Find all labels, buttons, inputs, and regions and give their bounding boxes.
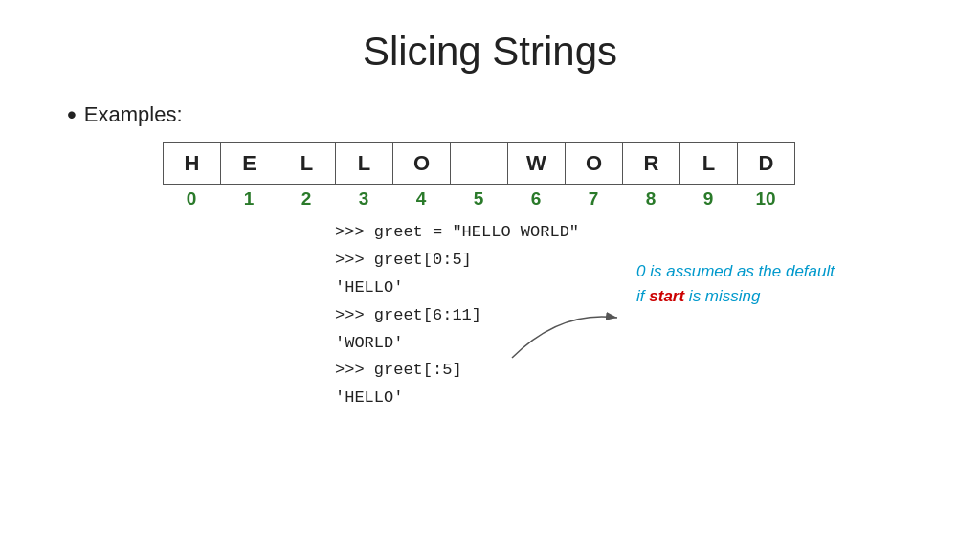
char-cell: L: [680, 143, 738, 185]
char-cell: L: [336, 143, 393, 185]
annotation-start-word: start: [649, 287, 684, 305]
char-cell: [451, 143, 508, 185]
annotation-line2-prefix: if: [636, 287, 649, 305]
index-cell: 2: [278, 188, 335, 209]
char-cell: D: [738, 143, 795, 185]
index-cell: 9: [679, 188, 737, 209]
code-line: 'HELLO': [335, 275, 579, 302]
char-table: HELLO WORLD: [163, 142, 795, 185]
string-table-area: HELLO WORLD 012345678910: [163, 142, 942, 209]
index-cell: 7: [565, 188, 622, 209]
code-area: >>> greet = "HELLO WORLD">>> greet[0:5]'…: [335, 219, 942, 412]
index-cell: 0: [163, 188, 220, 209]
char-cell: E: [221, 143, 278, 185]
annotation-area: 0 is assumed as the default if start is …: [636, 259, 835, 308]
index-cell: 4: [392, 188, 450, 209]
index-cell: 3: [335, 188, 392, 209]
index-cell: 6: [507, 188, 565, 209]
code-line: 'HELLO': [335, 385, 579, 412]
annotation-line2-end: is missing: [684, 287, 760, 305]
index-row: 012345678910: [163, 188, 942, 209]
main-page: Slicing Strings • Examples: HELLO WORLD …: [0, 0, 980, 551]
bullet-examples: • Examples:: [67, 101, 942, 128]
code-line: >>> greet[:5]: [335, 357, 579, 385]
char-cell: W: [508, 143, 566, 185]
index-cell: 8: [622, 188, 679, 209]
code-block: >>> greet = "HELLO WORLD">>> greet[0:5]'…: [335, 219, 579, 412]
code-line: >>> greet = "HELLO WORLD": [335, 219, 579, 247]
code-line: 'WORLD': [335, 330, 579, 358]
char-cell: O: [566, 143, 623, 185]
char-cell: H: [164, 143, 221, 185]
char-cell: R: [623, 143, 680, 185]
char-cell: O: [393, 143, 451, 185]
index-cell: 5: [450, 188, 507, 209]
examples-label: Examples:: [84, 102, 183, 127]
index-cell: 10: [737, 188, 794, 209]
page-title: Slicing Strings: [38, 29, 942, 75]
bullet-dot: •: [67, 101, 77, 128]
code-line: >>> greet[6:11]: [335, 302, 579, 330]
annotation-line1: 0 is assumed as the default: [636, 262, 835, 280]
code-line: >>> greet[0:5]: [335, 247, 579, 275]
index-cell: 1: [220, 188, 278, 209]
char-cell: L: [278, 143, 336, 185]
